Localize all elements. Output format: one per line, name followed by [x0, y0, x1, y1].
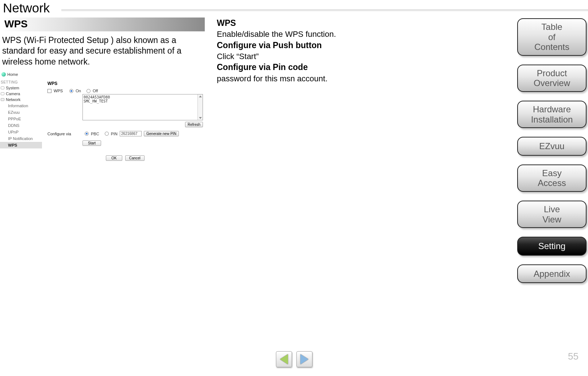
sidebar-sub-upnp[interactable]: UPnP	[0, 129, 42, 135]
sidebar-item-label: Camera	[6, 92, 20, 96]
nav-label-line: Easy	[521, 168, 583, 178]
explanation-line: Configure via Pin code	[217, 62, 410, 73]
page-number: 55	[568, 351, 579, 362]
wps-checkbox[interactable]	[47, 89, 51, 93]
folder-open-icon	[1, 98, 4, 101]
nav-label-line: Live	[521, 204, 583, 214]
nav-label-line: Product	[521, 68, 583, 78]
pin-input[interactable]	[120, 131, 142, 136]
page-title: Network	[0, 0, 588, 15]
start-row: Start	[82, 137, 204, 146]
sidebar-sub-ezvuu[interactable]: EZvuu	[0, 109, 42, 116]
wps-off-radio[interactable]	[87, 89, 91, 93]
sidebar-sub-wps[interactable]: WPS	[0, 142, 42, 148]
setting-label: SETTING	[0, 77, 42, 85]
pin-label: PIN	[111, 132, 118, 136]
explanation-line: Click “Start”	[217, 51, 410, 62]
nav-buttons: TableofContentsProductOverviewHardwareIn…	[517, 18, 587, 283]
nav-label-line: Hardware	[521, 104, 583, 115]
next-page-button[interactable]	[296, 351, 312, 367]
sidebar-sub-ddns[interactable]: DDNS	[0, 122, 42, 129]
arrow-left-icon	[280, 354, 288, 364]
settings-section-title: WPS	[47, 81, 204, 88]
configure-label: Configure via	[47, 132, 82, 136]
configure-row: Configure via PBC PIN Generate new PIN	[47, 127, 204, 137]
refresh-button[interactable]: Refresh	[185, 122, 203, 127]
scrollbar[interactable]	[197, 94, 203, 120]
home-label: Home	[7, 72, 18, 77]
explanation-column: WPSEnable/disable the WPS function.Confi…	[217, 18, 410, 84]
nav-appendix[interactable]: Appendix	[517, 264, 587, 283]
content-wrap: WPS WPS (Wi-Fi Protected Setup ) also kn…	[0, 18, 416, 67]
pbc-radio[interactable]	[85, 132, 89, 136]
nav-table-of-contents[interactable]: TableofContents	[517, 18, 587, 56]
nav-product-overview[interactable]: ProductOverview	[517, 65, 587, 92]
sidebar-item-label: Network	[6, 97, 20, 102]
list-item[interactable]: SMC_HW_TEST	[84, 99, 202, 103]
home-link[interactable]: Home	[0, 71, 204, 77]
pager	[276, 351, 312, 367]
list-item[interactable]: 0024A53AFD80	[84, 95, 202, 99]
generate-pin-button[interactable]: Generate new PIN	[144, 131, 179, 136]
wps-label: WPS	[54, 89, 63, 93]
explanation-line: password for this msn account.	[217, 73, 410, 84]
nav-ezvuu[interactable]: EZvuu	[517, 137, 587, 156]
network-listbox[interactable]: 0024A53AFD80SMC_HW_TEST	[82, 94, 203, 120]
nav-label-line: Access	[521, 178, 583, 188]
explanation-line: Enable/disable the WPS function.	[217, 29, 410, 40]
nav-hardware-installation[interactable]: HardwareInstallation	[517, 101, 587, 128]
section-header: WPS	[2, 18, 205, 31]
explanation-line: WPS	[217, 18, 410, 29]
wps-on-radio[interactable]	[69, 89, 73, 93]
nav-label-line: Installation	[521, 115, 583, 125]
wps-toggle-row: WPS On Off	[47, 88, 204, 94]
nav-easy-access[interactable]: EasyAccess	[517, 164, 587, 192]
sidebar: SETTING SystemCameraNetwork InformationE…	[0, 77, 42, 148]
settings-main: WPS WPS On Off 0024A53AFD80SMC_HW_TEST R…	[47, 77, 204, 161]
globe-icon	[1, 72, 6, 77]
arrow-right-icon	[300, 354, 308, 364]
prev-page-button[interactable]	[276, 351, 292, 367]
title-rule	[61, 9, 588, 12]
sidebar-sub-ip-notification[interactable]: IP Notification	[0, 135, 42, 142]
nav-label-line: of	[521, 32, 583, 42]
sidebar-sub-pppoe[interactable]: PPPoE	[0, 116, 42, 122]
nav-label-line: Table	[521, 22, 583, 32]
ok-button[interactable]: OK	[106, 155, 122, 161]
nav-live-view[interactable]: LiveView	[517, 201, 587, 228]
nav-label-line: Contents	[521, 42, 583, 52]
explanation-line: Configure via Push button	[217, 40, 410, 51]
pin-radio[interactable]	[105, 132, 109, 136]
sidebar-item-camera[interactable]: Camera	[0, 91, 42, 97]
nav-setting[interactable]: Setting	[517, 237, 587, 256]
wps-off-label: Off	[93, 89, 98, 93]
sidebar-item-network[interactable]: Network	[0, 97, 42, 102]
ok-cancel-row: OK Cancel	[47, 146, 203, 161]
sidebar-sub-information[interactable]: Information	[0, 102, 42, 109]
folder-icon	[1, 92, 4, 96]
refresh-row: Refresh	[47, 120, 203, 127]
section-description: WPS (Wi-Fi Protected Setup ) also known …	[2, 35, 199, 67]
pbc-label: PBC	[91, 132, 99, 136]
settings-ui-mock: Home SETTING SystemCameraNetwork Informa…	[0, 71, 204, 161]
start-button[interactable]: Start	[82, 140, 101, 146]
sidebar-item-label: System	[6, 86, 19, 90]
nav-label-line: Overview	[521, 78, 583, 88]
cancel-button[interactable]: Cancel	[125, 155, 145, 161]
folder-icon	[1, 86, 4, 90]
wps-on-label: On	[76, 89, 81, 93]
nav-label-line: View	[521, 214, 583, 225]
sidebar-item-system[interactable]: System	[0, 85, 42, 91]
